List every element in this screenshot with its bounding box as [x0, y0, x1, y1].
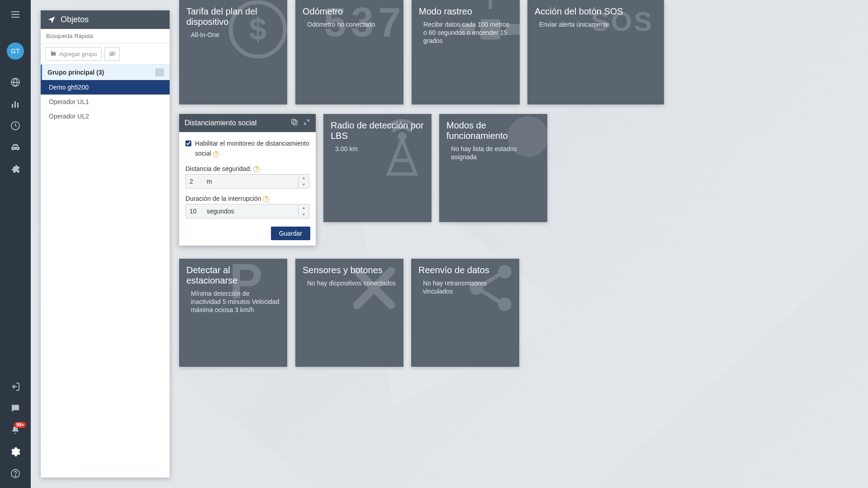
nav-history[interactable] — [0, 116, 31, 136]
svg-point-29 — [498, 298, 512, 311]
tile-subtitle: No hay retransmisores vinculados — [418, 279, 512, 295]
object-item[interactable]: Demo gh5200 — [41, 80, 170, 95]
globe-icon — [10, 77, 21, 88]
add-group-label: Agregar grupo — [59, 51, 97, 57]
tile-title: Modos de funcionamiento — [446, 120, 540, 141]
tile-title: Modo rastreo — [419, 6, 512, 17]
tile-lbs[interactable]: Radio de detección por LBS 3.00 km — [323, 114, 432, 222]
group-header[interactable]: Grupo principal (3) — [41, 65, 170, 80]
history-icon — [10, 120, 21, 131]
svg-rect-4 — [12, 104, 13, 108]
copy-button[interactable] — [290, 118, 299, 128]
tile-title: Odómetro — [303, 6, 396, 17]
safety-distance-unit: m — [207, 178, 298, 185]
objects-panel-title: Objetos — [61, 15, 89, 24]
tile-tracking[interactable]: Modo rastreo Recibir datos cada 100 metr… — [412, 0, 520, 104]
nav-logout[interactable] — [0, 377, 31, 397]
objects-list: Demo gh5200Operador UL1Operador UL2 — [41, 80, 170, 123]
tile-modes[interactable]: Modos de funcionamiento No hay lista de … — [439, 114, 547, 222]
objects-search-input[interactable] — [41, 29, 170, 43]
stepper-up[interactable]: ▲ — [299, 204, 309, 211]
stepper-down[interactable]: ▼ — [299, 181, 309, 188]
tile-subtitle: No hay dispositivos conectados — [303, 279, 396, 287]
svg-rect-0 — [11, 11, 19, 12]
safety-distance-value[interactable] — [190, 178, 207, 185]
objects-panel-header: Objetos — [41, 10, 170, 29]
svg-rect-17 — [293, 121, 297, 125]
tile-title: Tarifa del plan del dispositivo — [186, 6, 280, 27]
object-item[interactable]: Operador UL2 — [41, 109, 170, 123]
logout-icon — [10, 381, 21, 392]
duration-input[interactable]: segundos ▲▼ — [185, 204, 309, 218]
stepper-down[interactable]: ▼ — [299, 211, 309, 218]
car-icon — [10, 142, 21, 153]
svg-rect-2 — [11, 17, 19, 18]
stepper-up[interactable]: ▲ — [299, 175, 309, 181]
tile-parking[interactable]: Detectar al estacionarse Mínima detecció… — [179, 259, 287, 367]
tile-forwarding[interactable]: Reenvío de datos No hay retransmisores v… — [411, 259, 519, 367]
nav-plugins[interactable] — [0, 159, 31, 179]
hamburger-icon — [10, 9, 21, 20]
social-card-title: Distanciamiento social — [185, 119, 256, 127]
copy-icon — [290, 118, 299, 126]
toggle-visibility-button[interactable] — [104, 47, 120, 61]
save-button[interactable]: Guardar — [271, 227, 310, 240]
svg-rect-6 — [17, 103, 19, 108]
enable-monitoring-checkbox[interactable] — [185, 140, 191, 147]
gear-icon — [10, 446, 21, 457]
duration-label: Duración de la interrupción — [185, 195, 261, 202]
eye-off-icon — [109, 50, 116, 57]
puzzle-icon — [10, 164, 21, 175]
objects-toolbar: Agregar grupo — [41, 43, 170, 65]
duration-value[interactable] — [190, 208, 207, 215]
safety-distance-input[interactable]: m ▲▼ — [185, 174, 309, 189]
svg-rect-1 — [11, 14, 19, 15]
svg-rect-5 — [14, 101, 16, 108]
nav-chat[interactable] — [0, 398, 31, 418]
tile-title: Sensores y botones — [303, 265, 396, 275]
tile-plan[interactable]: Tarifa del plan del dispositivo All-In-O… — [179, 0, 287, 104]
nav-notifications[interactable]: 99+ — [0, 420, 31, 440]
help-icon[interactable]: ? — [213, 151, 219, 157]
help-icon[interactable]: ? — [253, 166, 260, 172]
enable-monitoring-checkbox-row[interactable]: Habilitar el monitoreo de distanciamient… — [185, 138, 309, 159]
tile-title: Detectar al estacionarse — [186, 265, 280, 286]
tile-title: Acción del botón SOS — [535, 6, 657, 17]
tile-subtitle: All-In-One — [186, 31, 280, 39]
group-header-label: Grupo principal (3) — [47, 69, 104, 76]
safety-distance-label: Distancia de seguridad. — [185, 165, 251, 172]
collapse-icon — [303, 118, 310, 126]
svg-rect-18 — [292, 119, 296, 123]
hamburger-menu-button[interactable] — [0, 5, 31, 24]
notification-badge: 99+ — [14, 422, 26, 428]
social-distancing-card: Distanciamiento social Habilitar el moni… — [179, 114, 316, 246]
group-chat-icon — [155, 68, 164, 76]
tile-subtitle: Recibir datos cada 100 metros o 60 segun… — [419, 20, 512, 45]
tile-subtitle: No hay lista de estados asignada — [446, 145, 540, 161]
nav-fleet[interactable] — [0, 137, 31, 157]
help-icon[interactable]: ? — [263, 196, 269, 202]
social-card-header: Distanciamiento social — [179, 114, 316, 132]
chat-icon — [10, 403, 21, 414]
tile-title: Reenvío de datos — [418, 265, 512, 275]
enable-monitoring-label: Habilitar el monitoreo de distanciamient… — [195, 140, 309, 157]
tile-subtitle: Enviar alerta únicamente. — [535, 20, 657, 28]
tile-subtitle: 3.00 km — [331, 145, 424, 153]
tile-subtitle: Mínima detección de inactividad 5 minuto… — [186, 289, 280, 314]
tile-subtitle: Odómetro no conectado — [303, 20, 396, 28]
collapse-button[interactable] — [303, 118, 310, 128]
user-avatar[interactable]: GT — [7, 43, 24, 60]
add-group-button[interactable]: Agregar grupo — [45, 47, 102, 61]
left-rail: GT 99+ — [0, 0, 31, 488]
tile-sensors[interactable]: Sensores y botones No hay dispositivos c… — [295, 259, 403, 367]
duration-unit: segundos — [207, 208, 298, 215]
objects-panel: Objetos Agregar grupo Grupo principal (3… — [41, 10, 170, 478]
nav-reports[interactable] — [0, 94, 31, 114]
nav-settings[interactable] — [0, 442, 31, 462]
help-icon — [10, 468, 21, 479]
nav-help[interactable] — [0, 464, 31, 483]
nav-globe[interactable] — [0, 72, 31, 92]
object-item[interactable]: Operador UL1 — [41, 95, 170, 109]
tile-sos[interactable]: Acción del botón SOS Enviar alerta única… — [527, 0, 664, 104]
tile-odometer[interactable]: Odómetro Odómetro no conectado 537 — [295, 0, 403, 104]
